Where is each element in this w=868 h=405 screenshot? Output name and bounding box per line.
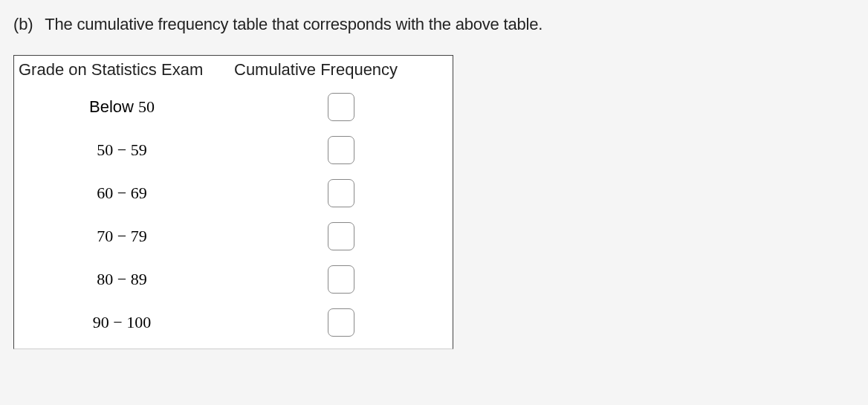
grade-range: 50: [138, 97, 155, 116]
grade-range: 50 − 59: [97, 140, 146, 159]
prompt-text: The cumulative frequency table that corr…: [45, 15, 542, 33]
grade-cell: 70 − 79: [14, 215, 230, 258]
grade-cell: 60 − 69: [14, 172, 230, 215]
grade-range: 90 − 100: [93, 313, 151, 331]
grade-prefix: Below: [89, 97, 138, 116]
frequency-cell: [230, 258, 453, 301]
grade-cell: 50 − 59: [14, 129, 230, 172]
part-label: (b): [13, 15, 33, 34]
grade-range: 60 − 69: [97, 184, 146, 202]
frequency-input-2[interactable]: [328, 179, 354, 207]
frequency-input-3[interactable]: [328, 222, 354, 250]
table-row: 60 − 69: [14, 172, 453, 215]
frequency-input-4[interactable]: [328, 265, 354, 294]
header-frequency: Cumulative Frequency: [230, 56, 453, 85]
frequency-input-5[interactable]: [328, 308, 354, 337]
frequency-input-0[interactable]: [328, 93, 354, 121]
frequency-table-wrapper: Grade on Statistics Exam Cumulative Freq…: [13, 55, 453, 349]
grade-range: 70 − 79: [97, 227, 146, 245]
frequency-cell: [230, 172, 453, 215]
cumulative-frequency-table: Grade on Statistics Exam Cumulative Freq…: [14, 56, 453, 344]
header-grade: Grade on Statistics Exam: [14, 56, 230, 85]
frequency-cell: [230, 129, 453, 172]
question-prompt: (b)The cumulative frequency table that c…: [13, 15, 855, 34]
frequency-cell: [230, 215, 453, 258]
table-row: 80 − 89: [14, 258, 453, 301]
grade-range: 80 − 89: [97, 270, 146, 288]
grade-cell: 80 − 89: [14, 258, 230, 301]
table-header-row: Grade on Statistics Exam Cumulative Freq…: [14, 56, 453, 85]
question-container: (b)The cumulative frequency table that c…: [13, 15, 855, 352]
frequency-input-1[interactable]: [328, 136, 354, 164]
table-row: 50 − 59: [14, 129, 453, 172]
grade-cell: 90 − 100: [14, 301, 230, 344]
frequency-cell: [230, 85, 453, 129]
table-row: Below 50: [14, 85, 453, 129]
table-row: 70 − 79: [14, 215, 453, 258]
frequency-cell: [230, 301, 453, 344]
table-row: 90 − 100: [14, 301, 453, 344]
grade-cell: Below 50: [14, 85, 230, 129]
